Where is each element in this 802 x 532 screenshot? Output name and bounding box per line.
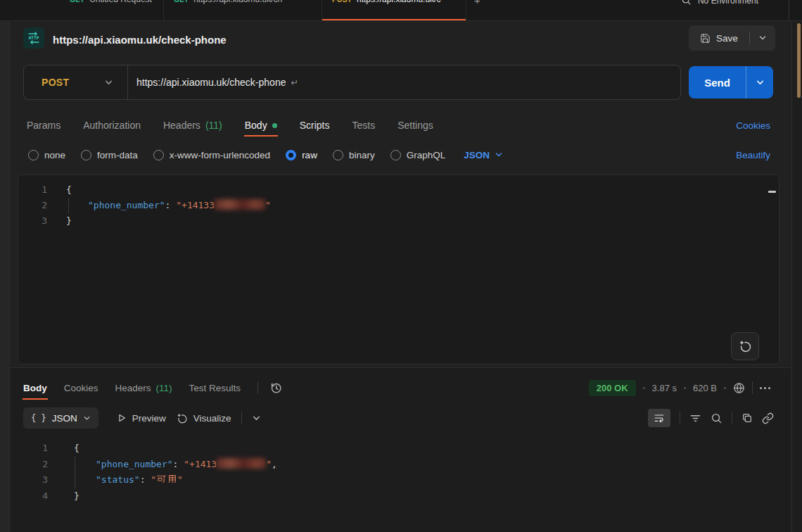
filter-icon[interactable] — [689, 412, 701, 424]
code-line: 2 "phone_number": "+14133" — [18, 198, 763, 213]
method-label: POST — [42, 77, 69, 88]
request-tab-2[interactable]: GET https://api.xiaomu.uk/ch — [164, 0, 322, 21]
cookies-link[interactable]: Cookies — [736, 120, 791, 131]
response-format-dropdown[interactable]: { } JSON — [23, 407, 98, 429]
tab-tests[interactable]: Tests — [352, 111, 375, 139]
mode-raw-selected[interactable]: raw — [286, 150, 317, 160]
http-request-icon: HTTP — [23, 27, 44, 49]
beautify-link[interactable]: Beautify — [736, 150, 791, 160]
send-options-button[interactable] — [746, 78, 773, 87]
radio-icon — [390, 150, 401, 160]
response-tab-test-results[interactable]: Test Results — [189, 375, 241, 400]
toolbar-divider — [680, 412, 680, 424]
request-body-editor[interactable]: 1 { 2 "phone_number": "+14133" 3 } — [18, 175, 779, 365]
chevron-down-icon — [104, 78, 113, 87]
environment-selector[interactable]: No Environment — [681, 0, 758, 6]
tab-params[interactable]: Params — [27, 111, 61, 139]
mode-none[interactable]: none — [28, 150, 65, 160]
copy-icon[interactable] — [741, 412, 753, 424]
language-dropdown[interactable]: JSON — [464, 150, 503, 160]
mode-form-data[interactable]: form-data — [81, 150, 138, 160]
response-tab-headers[interactable]: Headers (11) — [115, 375, 172, 400]
tab-method-badge: GET — [70, 0, 84, 4]
search-icon[interactable] — [711, 412, 723, 424]
url-value: https://api.xiaomu.uk/check-phone — [136, 77, 286, 88]
left-sidebar-rail — [0, 22, 10, 532]
url-input[interactable]: https://api.xiaomu.uk/check-phone ↵ — [128, 77, 298, 88]
mode-graphql[interactable]: GraphQL — [390, 150, 446, 160]
postman-app-window: GET Untitled Request GET https://api.xia… — [0, 0, 802, 532]
response-tab-cookies[interactable]: Cookies — [64, 375, 98, 400]
postbot-beautify-button[interactable] — [731, 332, 759, 360]
radio-icon — [333, 150, 343, 160]
tab-body[interactable]: Body — [245, 111, 277, 139]
visualize-button[interactable]: Visualize — [176, 412, 231, 424]
scrollbar-thumb[interactable] — [797, 23, 801, 98]
code-line: 3 "status": "可用" — [19, 472, 791, 488]
response-toolbar: { } JSON Preview Visualize — [11, 407, 791, 429]
response-meta: 200 OK 3.87 s 620 B — [589, 380, 791, 396]
request-tab-1[interactable]: GET Untitled Request — [60, 0, 164, 21]
sparkle-icon — [176, 412, 188, 424]
response-tab-body[interactable]: Body — [23, 375, 47, 400]
headers-count: (11) — [156, 383, 172, 393]
indent-guide — [75, 457, 75, 488]
url-row: POST https://api.xiaomu.uk/check-phone ↵… — [11, 62, 791, 101]
response-size[interactable]: 620 B — [693, 383, 717, 393]
code-line: 3 } — [18, 213, 763, 229]
code-line: 2 "phone_number": "+1413", — [19, 457, 791, 473]
request-tab-3-active[interactable]: POST https://api.xiaomu.uk/c — [322, 0, 466, 21]
chevron-down-icon[interactable] — [252, 414, 261, 423]
response-body-editor[interactable]: 1 { 2 "phone_number": "+1413", 3 "status… — [11, 435, 791, 532]
request-tab-bar: GET Untitled Request GET https://api.xia… — [0, 0, 802, 21]
network-info-button[interactable] — [733, 382, 745, 394]
radio-selected-icon — [286, 150, 296, 160]
mode-urlencoded[interactable]: x-www-form-urlencoded — [153, 150, 270, 160]
chevron-down-icon — [495, 151, 503, 159]
braces-icon: { } — [31, 413, 46, 423]
response-time[interactable]: 3.87 s — [652, 383, 677, 393]
request-header: HTTP https://api.xiaomu.uk/check-phone S… — [11, 22, 791, 62]
response-tabs: Body Cookies Headers (11) Test Results 2… — [11, 375, 791, 400]
toolbar-divider — [241, 412, 242, 424]
tab-title: Untitled Request — [89, 0, 152, 4]
response-history-button[interactable] — [269, 381, 283, 395]
link-icon[interactable] — [762, 412, 774, 424]
chevron-down-icon — [83, 414, 91, 422]
save-button[interactable]: Save — [689, 33, 749, 44]
method-dropdown[interactable]: POST — [24, 77, 127, 88]
http-icon-label: HTTP — [29, 35, 39, 40]
url-panel: POST https://api.xiaomu.uk/check-phone ↵ — [23, 65, 681, 100]
tab-headers[interactable]: Headers (11) — [163, 111, 222, 139]
save-options-button[interactable] — [750, 34, 775, 42]
dot-separator — [684, 387, 686, 389]
tab-authorization[interactable]: Authorization — [83, 111, 141, 139]
save-label: Save — [716, 33, 738, 44]
tab-settings[interactable]: Settings — [397, 111, 433, 139]
editor-scroll-indicator[interactable] — [768, 191, 776, 193]
tab-scripts[interactable]: Scripts — [300, 111, 330, 139]
body-content-dot — [272, 123, 277, 128]
tab-method-badge: GET — [174, 0, 189, 4]
send-button[interactable]: Send — [689, 77, 746, 89]
tabbar-divider — [789, 0, 789, 21]
word-wrap-button[interactable] — [648, 409, 670, 427]
radio-icon — [153, 150, 164, 160]
more-options-button[interactable] — [760, 387, 770, 389]
toolbar-divider — [257, 381, 258, 394]
preview-button[interactable]: Preview — [117, 413, 166, 424]
status-badge[interactable]: 200 OK — [589, 380, 636, 396]
headers-count: (11) — [205, 120, 222, 131]
radio-icon — [81, 150, 91, 160]
mode-binary[interactable]: binary — [333, 150, 375, 160]
dot-separator — [724, 387, 726, 389]
body-mode-row: none form-data x-www-form-urlencoded raw… — [11, 142, 791, 167]
search-icon — [681, 0, 692, 6]
code-line: 1 { — [19, 441, 791, 457]
clock-history-icon — [269, 381, 283, 395]
new-tab-button[interactable]: + — [466, 0, 490, 21]
toolbar-divider — [732, 412, 732, 424]
globe-icon — [733, 382, 745, 394]
request-title: https://api.xiaomu.uk/check-phone — [53, 34, 227, 46]
dot-separator — [643, 387, 645, 389]
